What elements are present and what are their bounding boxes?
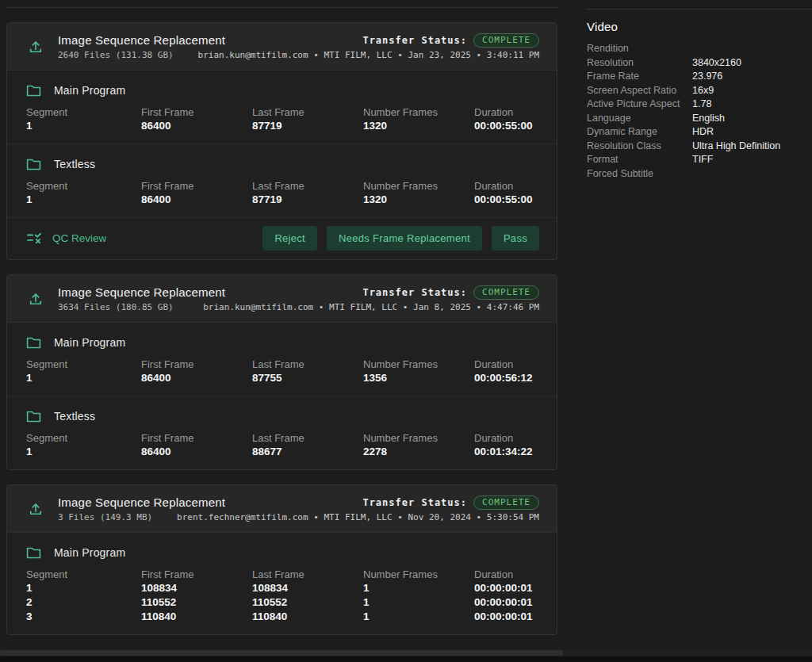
- card-user-meta: brian.kun@mtifilm.com • MTI FILM, LLC • …: [203, 302, 539, 312]
- column-header: Last Frame: [252, 105, 363, 119]
- property-row: FormatTIFF: [587, 153, 812, 167]
- property-value: 3840x2160: [692, 56, 741, 71]
- column-header: First Frame: [141, 431, 252, 445]
- video-panel-title: Video: [587, 20, 812, 33]
- property-row: Forced Subtitle: [587, 167, 812, 182]
- transfer-card-header[interactable]: Image Sequence Replacement Transfer Stat…: [7, 275, 557, 323]
- card-files-meta: 3634 Files (180.85 GB): [58, 302, 174, 312]
- table-cell: 1320: [363, 193, 474, 207]
- status-badge: COMPLETE: [473, 496, 539, 510]
- table-cell: 2: [26, 595, 141, 610]
- property-value: TIFF: [692, 153, 713, 167]
- column-header: Segment: [26, 179, 141, 193]
- transfer-status-label: Transfer Status:: [362, 35, 467, 46]
- property-label: Resolution: [587, 56, 692, 71]
- video-properties: RenditionResolution3840x2160Frame Rate23…: [587, 42, 812, 181]
- folder-icon: [26, 336, 41, 350]
- table-cell: 108834: [252, 581, 363, 595]
- table-cell: 1: [26, 371, 141, 385]
- transfer-card: Image Sequence Replacement Transfer Stat…: [6, 274, 557, 470]
- reject-button[interactable]: Reject: [262, 226, 317, 251]
- table-cell: 110552: [141, 595, 252, 610]
- folder-icon: [26, 546, 41, 560]
- column-header: Number Frames: [363, 568, 474, 581]
- column-header: Last Frame: [252, 179, 363, 193]
- transfer-status-label: Transfer Status:: [362, 287, 467, 298]
- table-cell: 86400: [141, 193, 252, 207]
- qc-buttons: RejectNeeds Frame ReplacementPass: [262, 226, 539, 251]
- table-body: 18640088677227800:01:34:22: [26, 445, 539, 459]
- property-value: HDR: [692, 125, 714, 140]
- folder-icon: [26, 158, 41, 171]
- property-value: 1.78: [692, 98, 711, 112]
- table-cell: 87755: [252, 371, 363, 385]
- card-sections: Main Program SegmentFirst FrameLast Fram…: [7, 71, 557, 259]
- table-row: 18640087719132000:00:55:00: [26, 119, 539, 133]
- table-cell: 1: [363, 581, 474, 595]
- property-row: Rendition: [587, 42, 812, 56]
- card-sections: Main Program SegmentFirst FrameLast Fram…: [7, 533, 557, 634]
- table-cell: 1: [363, 595, 474, 610]
- property-row: LanguageEnglish: [587, 112, 812, 126]
- upload-icon: [26, 37, 45, 56]
- property-row: Resolution3840x2160: [587, 56, 812, 71]
- table-cell: 1356: [363, 371, 474, 385]
- table-body: 18640087719132000:00:55:00: [26, 193, 539, 207]
- column-header: Last Frame: [252, 358, 363, 371]
- table-header-row: SegmentFirst FrameLast FrameNumber Frame…: [26, 431, 539, 445]
- qc-review-bar: QC Review RejectNeeds Frame ReplacementP…: [7, 217, 557, 259]
- table-cell: 1: [26, 581, 141, 595]
- card-files-meta: 3 Files (149.3 MB): [58, 512, 152, 522]
- property-label: Active Picture Aspect: [587, 98, 692, 112]
- segments-table: SegmentFirst FrameLast FrameNumber Frame…: [26, 568, 539, 624]
- transfer-card-header[interactable]: Image Sequence Replacement Transfer Stat…: [7, 485, 557, 533]
- transfer-card-header[interactable]: Image Sequence Replacement Transfer Stat…: [7, 23, 557, 71]
- section-title: Main Program: [54, 84, 125, 97]
- table-row: 2110552110552100:00:00:01: [26, 595, 539, 610]
- property-row: Frame Rate23.976: [587, 70, 812, 84]
- folder-icon: [26, 410, 41, 423]
- folder-icon: [26, 84, 41, 98]
- property-row: Screen Aspect Ratio16x9: [587, 84, 812, 98]
- property-label: Dynamic Range: [587, 125, 692, 140]
- section-title: Textless: [54, 410, 95, 423]
- column-header: First Frame: [141, 568, 252, 581]
- video-panel: Video RenditionResolution3840x2160Frame …: [564, 0, 812, 635]
- scrollbar-thumb[interactable]: [0, 650, 563, 656]
- column-header: Last Frame: [252, 431, 363, 445]
- qc-review-label: QC Review: [52, 232, 106, 244]
- property-row: Resolution ClassUltra High Definition: [587, 140, 812, 154]
- property-value: English: [692, 112, 725, 126]
- column-header: Duration: [474, 179, 539, 193]
- card-sections: Main Program SegmentFirst FrameLast Fram…: [7, 323, 557, 469]
- pass-button[interactable]: Pass: [492, 226, 539, 251]
- table-row: 18640088677227800:01:34:22: [26, 445, 539, 459]
- table-cell: 1320: [363, 119, 474, 133]
- segment-section: Main Program SegmentFirst FrameLast Fram…: [7, 533, 557, 634]
- table-row: 18640087719132000:00:55:00: [26, 193, 539, 207]
- table-cell: 00:00:00:01: [474, 581, 539, 595]
- column-header: Last Frame: [252, 568, 363, 581]
- segments-table: SegmentFirst FrameLast FrameNumber Frame…: [26, 358, 539, 385]
- table-cell: 87719: [252, 119, 363, 133]
- column-header: Duration: [474, 105, 539, 119]
- column-header: First Frame: [141, 358, 252, 371]
- table-cell: 00:01:34:22: [474, 445, 539, 459]
- status-badge: COMPLETE: [473, 285, 539, 300]
- column-header: Number Frames: [363, 431, 474, 445]
- needs-frame-replacement-button[interactable]: Needs Frame Replacement: [327, 226, 482, 251]
- card-title: Image Sequence Replacement: [58, 33, 225, 47]
- table-cell: 1: [26, 445, 141, 459]
- table-body: 1108834108834100:00:00:01211055211055210…: [26, 581, 539, 624]
- card-user-meta: brian.kun@mtifilm.com • MTI FILM, LLC • …: [198, 50, 539, 60]
- table-cell: 00:00:55:00: [474, 193, 539, 207]
- horizontal-scrollbar[interactable]: [0, 649, 812, 656]
- card-user-meta: brent.fechner@mtifilm.com • MTI FILM, LL…: [177, 512, 539, 522]
- transfer-card: Image Sequence Replacement Transfer Stat…: [6, 484, 557, 635]
- property-label: Resolution Class: [587, 140, 692, 154]
- table-row: 18640087755135600:00:56:12: [26, 371, 539, 385]
- segments-table: SegmentFirst FrameLast FrameNumber Frame…: [26, 431, 539, 459]
- column-header: Number Frames: [363, 358, 474, 371]
- bottom-strip: [0, 656, 812, 662]
- upload-icon: [26, 499, 45, 519]
